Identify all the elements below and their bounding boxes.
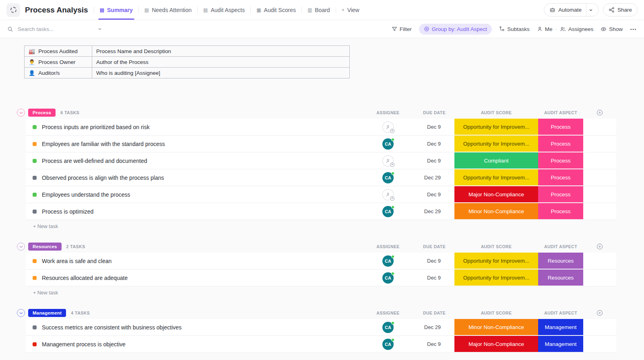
task-status-icon[interactable] <box>33 193 37 197</box>
column-header-audit-aspect[interactable]: AUDIT ASPECT <box>538 110 583 115</box>
task-status-icon[interactable] <box>33 142 37 146</box>
due-date[interactable]: Dec 9 <box>414 158 454 164</box>
due-date[interactable]: Dec 29 <box>414 324 454 330</box>
assign-user-button[interactable] <box>382 121 394 133</box>
assignee-avatar[interactable]: CA <box>382 322 394 333</box>
audit-score-cell[interactable]: Major Non-Compliance <box>454 186 538 203</box>
add-view-button[interactable]: + View <box>336 0 365 20</box>
task-status-icon[interactable] <box>33 325 37 329</box>
filter-button[interactable]: Filter <box>392 26 412 32</box>
group-badge[interactable]: Process <box>28 109 56 117</box>
info-label-cell[interactable]: 👨‍💼Process Owner <box>25 57 92 68</box>
column-header-due-date[interactable]: DUE DATE <box>414 110 454 115</box>
due-date[interactable]: Dec 29 <box>414 208 454 214</box>
audit-score-cell[interactable]: Opportunity for Improvem... <box>454 169 538 186</box>
list-avatar[interactable] <box>6 3 20 17</box>
group-badge[interactable]: Resources <box>28 243 62 251</box>
task-row[interactable]: Success metrics are consistent with busi… <box>26 319 616 336</box>
collapse-group-button[interactable] <box>17 243 25 251</box>
info-value-cell[interactable]: Process Name and Description <box>92 46 350 57</box>
task-row[interactable]: Employees understand the process Dec 9 M… <box>26 186 616 203</box>
info-label-cell[interactable]: 👤Auditor/s <box>25 68 92 78</box>
audit-aspect-cell[interactable]: Management <box>538 336 583 352</box>
audit-score-cell[interactable]: Compliant <box>454 152 538 169</box>
assignee-avatar[interactable]: CA <box>382 272 394 284</box>
task-row[interactable]: Resources allocated are adequate CA Dec … <box>26 269 616 286</box>
subtasks-button[interactable]: Subtasks <box>499 26 530 32</box>
audit-score-cell[interactable]: Major Non-Compliance <box>454 336 538 352</box>
group-by-button[interactable]: Group by: Audit Aspect <box>419 24 492 35</box>
assignees-button[interactable]: Assignees <box>560 26 593 32</box>
collapse-group-button[interactable] <box>17 109 25 117</box>
add-task-button[interactable] <box>583 109 616 116</box>
assign-user-button[interactable] <box>382 189 394 200</box>
task-status-icon[interactable] <box>33 159 37 163</box>
tab-audit-aspects[interactable]: ▤ Audit Aspects <box>198 0 250 20</box>
due-date[interactable]: Dec 29 <box>414 175 454 181</box>
assignee-avatar[interactable]: CA <box>382 255 394 267</box>
due-date[interactable]: Dec 9 <box>414 275 454 281</box>
due-date[interactable]: Dec 9 <box>414 258 454 264</box>
add-task-button[interactable] <box>583 243 616 250</box>
column-header-due-date[interactable]: DUE DATE <box>414 244 454 249</box>
audit-score-cell[interactable]: Minor Non-Compliance <box>454 203 538 220</box>
audit-aspect-cell[interactable]: Process <box>538 186 583 203</box>
task-row[interactable]: Employees are familiar with the standard… <box>26 136 616 152</box>
due-date[interactable]: Dec 9 <box>414 124 454 130</box>
audit-score-cell[interactable]: Opportunity for Improvem... <box>454 119 538 135</box>
task-status-icon[interactable] <box>33 125 37 129</box>
column-header-audit-score[interactable]: AUDIT SCORE <box>454 110 538 115</box>
task-status-icon[interactable] <box>33 176 37 180</box>
group-badge[interactable]: Management <box>28 309 66 317</box>
search-box[interactable] <box>7 26 102 33</box>
tab-audit-scores[interactable]: ▦ Audit Scores <box>251 0 301 20</box>
share-button[interactable]: Share <box>603 3 638 16</box>
assignee-avatar[interactable]: CA <box>382 138 394 150</box>
task-title[interactable]: Management process is objective <box>42 341 126 348</box>
task-status-icon[interactable] <box>33 342 37 346</box>
chevron-down-icon[interactable] <box>588 8 593 12</box>
new-task-button[interactable]: + New task <box>33 290 58 296</box>
task-row[interactable]: Process inputs are prioritized based on … <box>26 119 616 136</box>
more-options-button[interactable]: ⋯ <box>630 25 637 33</box>
task-row[interactable]: Process is optimized CA Dec 29 Minor Non… <box>26 203 616 220</box>
audit-aspect-cell[interactable]: Resources <box>538 269 583 286</box>
task-title[interactable]: Process are well-defined and documented <box>42 158 147 164</box>
column-header-assignee[interactable]: ASSIGNEE <box>362 110 414 115</box>
assignee-avatar[interactable]: CA <box>382 206 394 217</box>
audit-score-cell[interactable]: Opportunity for Improvem... <box>454 253 538 269</box>
task-row[interactable]: Process are well-defined and documented … <box>26 152 616 169</box>
column-header-audit-aspect[interactable]: AUDIT ASPECT <box>538 244 583 249</box>
audit-score-cell[interactable]: Opportunity for Improvem... <box>454 269 538 286</box>
new-task-button[interactable]: + New task <box>33 224 58 229</box>
info-value-cell[interactable]: Author of the Process <box>92 57 350 68</box>
task-status-icon[interactable] <box>33 276 37 280</box>
audit-aspect-cell[interactable]: Resources <box>538 253 583 269</box>
task-title[interactable]: Observed process is align with the proce… <box>42 175 164 181</box>
audit-aspect-cell[interactable]: Process <box>538 136 583 152</box>
column-header-assignee[interactable]: ASSIGNEE <box>362 244 414 249</box>
assignee-avatar[interactable]: CA <box>382 339 394 350</box>
audit-score-cell[interactable]: Opportunity for Improvem... <box>454 136 538 152</box>
me-filter-button[interactable]: Me <box>537 26 553 32</box>
task-title[interactable]: Work area is safe and clean <box>42 258 111 264</box>
due-date[interactable]: Dec 9 <box>414 141 454 147</box>
tab-board[interactable]: ▥ Board <box>302 0 336 20</box>
info-label-cell[interactable]: 🏭Process Audited <box>25 46 92 57</box>
collapse-group-button[interactable] <box>17 309 25 317</box>
column-header-audit-score[interactable]: AUDIT SCORE <box>454 311 538 315</box>
task-title[interactable]: Employees are familiar with the standard… <box>42 141 165 147</box>
search-input[interactable] <box>17 26 94 33</box>
due-date[interactable]: Dec 9 <box>414 191 454 197</box>
task-title[interactable]: Process is optimized <box>42 208 93 215</box>
task-title[interactable]: Process inputs are prioritized based on … <box>42 124 150 130</box>
column-header-audit-score[interactable]: AUDIT SCORE <box>454 244 538 249</box>
task-status-icon[interactable] <box>33 259 37 263</box>
audit-aspect-cell[interactable]: Management <box>538 319 583 335</box>
column-header-assignee[interactable]: ASSIGNEE <box>362 311 414 315</box>
audit-aspect-cell[interactable]: Process <box>538 169 583 186</box>
add-task-button[interactable] <box>583 310 616 316</box>
audit-aspect-cell[interactable]: Process <box>538 119 583 135</box>
tab-needs-attention[interactable]: ▤ Needs Attention <box>139 0 197 20</box>
task-row[interactable]: Observed process is align with the proce… <box>26 169 616 186</box>
